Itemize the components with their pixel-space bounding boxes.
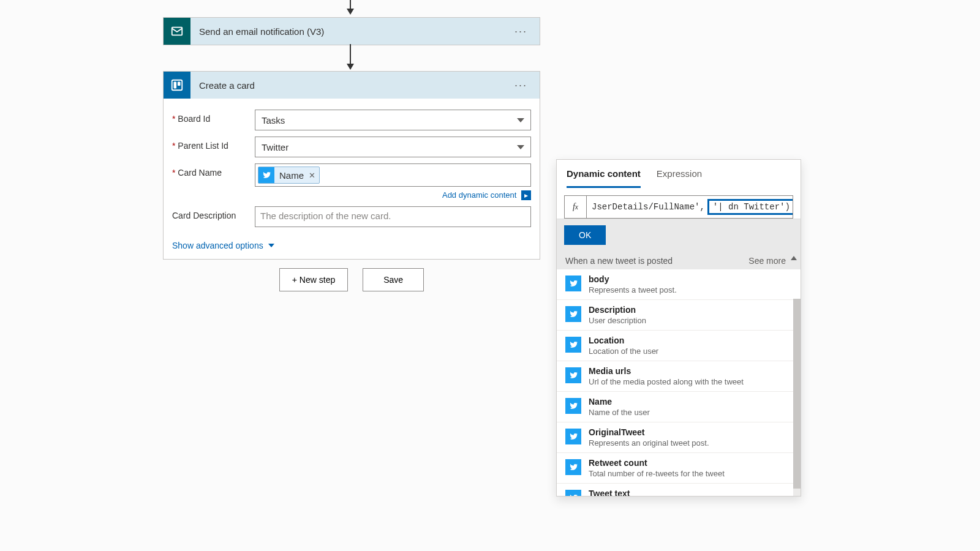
fx-icon: fx	[565, 196, 587, 218]
card-description-input[interactable]: The description of the new card.	[255, 206, 531, 227]
dynamic-item[interactable]: bodyRepresents a tweet post.	[557, 269, 801, 300]
flow-arrow-2	[350, 44, 351, 69]
dynamic-item[interactable]: Retweet countTotal number of re-tweets f…	[557, 453, 801, 484]
step-trello-title: Create a card	[199, 80, 508, 91]
twitter-icon	[565, 276, 581, 291]
dynamic-item-title: OriginalTweet	[589, 427, 709, 437]
dyn-tabs: Dynamic content Expression	[557, 160, 801, 188]
step-trello-header[interactable]: Create a card ···	[164, 72, 540, 99]
chevron-down-icon	[517, 118, 524, 122]
advanced-label: Show advanced options	[172, 241, 263, 250]
trello-icon	[164, 72, 190, 99]
dynamic-item[interactable]: DescriptionUser description	[557, 300, 801, 331]
source-title: When a new tweet is posted	[565, 256, 673, 266]
card-description-label: Card Description	[172, 206, 255, 220]
field-board-id: Board Id Tasks	[172, 110, 531, 130]
expression-input[interactable]: JserDetails/FullName' , '| dn Twitter')	[587, 196, 793, 218]
twitter-icon	[565, 459, 581, 475]
expression-input-row: fx JserDetails/FullName' , '| dn Twitter…	[564, 195, 793, 219]
action-buttons: + New step Save	[163, 268, 540, 291]
field-parent-list-id: Parent List Id Twitter	[172, 137, 531, 157]
dynamic-item-desc: Total number of re-tweets for the tweet	[589, 469, 725, 478]
expression-highlight: '| dn Twitter')	[707, 199, 793, 215]
parent-list-id-label: Parent List Id	[172, 137, 255, 151]
token-name[interactable]: Name ✕	[258, 167, 320, 184]
step-email-menu[interactable]: ···	[508, 21, 533, 42]
dynamic-item[interactable]: Tweet textText content of the tweet	[557, 484, 801, 496]
step-trello: Create a card ··· Board Id Tasks Parent …	[163, 71, 540, 260]
mail-icon	[164, 18, 190, 45]
tab-dynamic-content[interactable]: Dynamic content	[567, 168, 641, 188]
card-name-input[interactable]: Name ✕	[255, 163, 531, 187]
flow-arrow-1	[350, 0, 351, 13]
board-id-label: Board Id	[172, 110, 255, 124]
dynamic-item-title: Tweet text	[589, 489, 675, 496]
field-card-name: Card Name Name ✕ Add dynamic content	[172, 163, 531, 200]
ok-row: OK	[557, 219, 801, 252]
dynamic-item-title: body	[589, 274, 677, 284]
tab-expression[interactable]: Expression	[657, 168, 702, 188]
twitter-icon	[565, 429, 581, 444]
scrollbar-thumb[interactable]	[793, 299, 801, 489]
dynamic-item-desc: Name of the user	[589, 408, 650, 417]
step-email-title: Send an email notification (V3)	[199, 26, 508, 37]
dynamic-item[interactable]: LocationLocation of the user	[557, 331, 801, 361]
dynamic-content-panel: Dynamic content Expression fx JserDetail…	[556, 159, 801, 497]
twitter-icon	[258, 167, 274, 183]
see-more-link[interactable]: See more	[748, 256, 786, 266]
twitter-icon	[565, 306, 581, 322]
expression-text-prefix: JserDetails/FullName'	[592, 202, 699, 212]
twitter-icon	[565, 490, 581, 496]
svg-rect-3	[178, 82, 181, 86]
chevron-down-icon	[517, 145, 524, 149]
card-name-label: Card Name	[172, 163, 255, 178]
step-email-header[interactable]: Send an email notification (V3) ···	[164, 18, 540, 45]
twitter-icon	[565, 337, 581, 353]
source-header: When a new tweet is posted See more	[557, 252, 801, 269]
chevron-down-icon	[268, 244, 274, 247]
dynamic-item-desc: User description	[589, 316, 646, 325]
dynamic-item-title: Description	[589, 305, 646, 315]
dynamic-item-title: Name	[589, 397, 650, 407]
token-remove[interactable]: ✕	[309, 171, 315, 180]
dynamic-item-title: Media urls	[589, 366, 744, 376]
twitter-icon	[565, 398, 581, 414]
dynamic-item-desc: Location of the user	[589, 347, 658, 356]
step-trello-menu[interactable]: ···	[508, 75, 533, 96]
ok-button[interactable]: OK	[564, 225, 606, 245]
board-id-value: Tasks	[262, 115, 285, 126]
field-card-description: Card Description The description of the …	[172, 206, 531, 227]
dynamic-item-title: Retweet count	[589, 458, 725, 468]
dynamic-item-desc: Represents a tweet post.	[589, 285, 677, 294]
expression-text-comma: ,	[699, 202, 704, 212]
add-dynamic-link[interactable]: Add dynamic content	[442, 190, 516, 200]
dynamic-item-desc: Represents an original tweet post.	[589, 438, 709, 448]
flow-canvas: Send an email notification (V3) ··· Crea…	[0, 0, 980, 551]
step-trello-body: Board Id Tasks Parent List Id Twitter	[164, 99, 540, 259]
dynamic-item-desc: Url of the media posted along with the t…	[589, 377, 744, 386]
parent-list-id-value: Twitter	[262, 142, 288, 152]
step-email[interactable]: Send an email notification (V3) ···	[163, 17, 540, 45]
scroll-up-icon[interactable]	[791, 256, 797, 260]
twitter-icon	[565, 367, 581, 383]
dynamic-item[interactable]: NameName of the user	[557, 392, 801, 422]
parent-list-id-select[interactable]: Twitter	[255, 137, 531, 157]
board-id-select[interactable]: Tasks	[255, 110, 531, 130]
add-dynamic-content[interactable]: Add dynamic content ▸	[255, 190, 531, 200]
dynamic-item-title: Location	[589, 335, 658, 345]
token-label: Name	[279, 170, 304, 181]
dynamic-item[interactable]: Media urlsUrl of the media posted along …	[557, 361, 801, 392]
svg-rect-2	[174, 82, 177, 89]
plus-icon: ▸	[521, 190, 531, 200]
show-advanced-options[interactable]: Show advanced options	[172, 241, 274, 250]
save-button[interactable]: Save	[363, 268, 424, 291]
dynamic-content-list: bodyRepresents a tweet post.DescriptionU…	[557, 269, 801, 496]
dynamic-item[interactable]: OriginalTweetRepresents an original twee…	[557, 422, 801, 453]
svg-rect-1	[172, 80, 183, 91]
new-step-button[interactable]: + New step	[279, 268, 348, 291]
